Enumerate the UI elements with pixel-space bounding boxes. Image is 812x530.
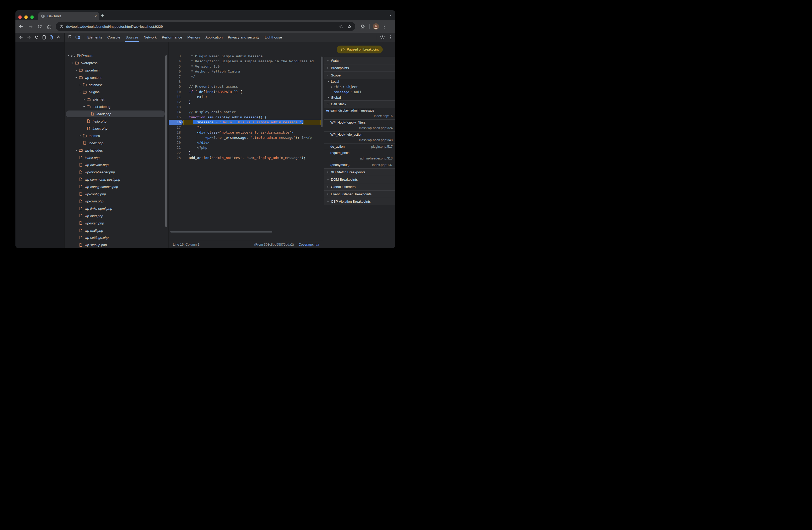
tree-item-index.php[interactable]: index.php (64, 140, 169, 147)
tree-item-wp-admin[interactable]: wp-admin (64, 67, 169, 74)
line-number[interactable]: 12 (169, 99, 183, 104)
info-icon[interactable] (59, 24, 63, 29)
forward-icon[interactable] (26, 23, 34, 30)
section-global-listeners[interactable]: Global Listeners (324, 183, 395, 190)
line-number[interactable]: 18 (169, 130, 183, 135)
tree-item-wp-content[interactable]: wp-content (64, 74, 169, 81)
devtools-tab-application[interactable]: Application (203, 33, 225, 42)
line-number[interactable]: 20 (169, 140, 183, 145)
code-line[interactable]: 4 * Description: Displays a simple messa… (169, 59, 323, 64)
line-number[interactable]: 10 (169, 89, 183, 94)
execution-line-badge[interactable]: 16 (169, 120, 183, 125)
chevron-down-icon[interactable] (78, 90, 82, 94)
devtools-tab-lighthouse[interactable]: Lighthouse (262, 33, 285, 42)
chevron-down-icon[interactable] (75, 76, 78, 79)
scope-this[interactable]: this: Object (324, 84, 395, 89)
avatar[interactable] (373, 23, 379, 30)
devtools-tab-memory[interactable]: Memory (185, 33, 203, 42)
tab-search-chevron-icon[interactable] (389, 13, 392, 17)
line-number[interactable]: 19 (169, 135, 183, 140)
devtools-tab-elements[interactable]: Elements (85, 33, 105, 42)
line-number[interactable]: 14 (169, 110, 183, 114)
sidebar-scrollbar[interactable] (165, 55, 167, 227)
line-number[interactable]: 9 (169, 84, 183, 89)
chevron-right-icon[interactable] (75, 69, 78, 72)
editor-vertical-scrollbar[interactable] (321, 57, 322, 127)
scope--message[interactable]: $message: null (324, 89, 395, 95)
section-call-stack[interactable]: Call Stack (324, 100, 395, 108)
tree-item-wp-links-opml.php[interactable]: wp-links-opml.php (64, 205, 169, 212)
forward-icon[interactable] (27, 35, 31, 40)
chevron-down-icon[interactable] (67, 54, 70, 57)
code-line[interactable]: 6 * Author: Fellyph Cintra (169, 69, 323, 74)
tree-item-akismet[interactable]: akismet (64, 96, 169, 103)
section-xhr-fetch-breakpoints[interactable]: XHR/fetch Breakpoints (324, 168, 395, 176)
code-line-paused[interactable]: 16 $message = 'Hello! This is a simple a… (169, 120, 323, 125)
tree-item-wp-signup.php[interactable]: wp-signup.php (64, 241, 169, 248)
section-csp-violation-breakpoints[interactable]: CSP Violation Breakpoints (324, 198, 395, 205)
inspect-icon[interactable] (67, 34, 74, 41)
tree-item-wp-activate.php[interactable]: wp-activate.php (64, 161, 169, 169)
tree-item-themes[interactable]: themes (64, 132, 169, 140)
tree-item-index.php[interactable]: index.php (64, 110, 169, 117)
new-tab-button[interactable]: + (101, 13, 104, 18)
code-line[interactable]: 8 (169, 79, 323, 84)
section-watch[interactable]: Watch (324, 57, 395, 64)
code-line[interactable]: 3 * Plugin Name: Simple Admin Message (169, 54, 323, 59)
touch-icon[interactable] (57, 35, 61, 40)
scope-global[interactable]: Global (324, 95, 395, 100)
code-line[interactable]: 18 <div class="notice notice-info is-dis… (169, 130, 323, 135)
devtools-tab-performance[interactable]: Performance (159, 33, 185, 42)
code-area[interactable]: 3 * Plugin Name: Simple Admin Message4 *… (169, 52, 323, 234)
code-line[interactable]: 7 */ (169, 74, 323, 79)
line-number[interactable]: 3 (169, 54, 183, 59)
code-line[interactable]: 17 ?> (169, 125, 323, 130)
code-line[interactable]: 19 <p><?php _e($message, 'simple-admin-m… (169, 135, 323, 140)
tree-item-wp-cron.php[interactable]: wp-cron.php (64, 198, 169, 205)
mouse-icon[interactable] (49, 35, 53, 40)
code-line[interactable]: 20 </div> (169, 140, 323, 145)
line-number[interactable]: 8 (169, 79, 183, 84)
url-bar[interactable]: devtools://devtools/bundled/inspector.ht… (56, 22, 355, 31)
line-number[interactable]: 13 (169, 104, 183, 110)
home-icon[interactable] (45, 23, 53, 30)
device-frame-icon[interactable] (42, 35, 46, 40)
call-stack-frame-wp-hook-do-action[interactable]: WP_Hook->do_actionclass-wp-hook.php:348 (324, 132, 395, 144)
tree-item-php.wasm[interactable]: PHP.wasm (64, 52, 169, 59)
tree-item--wordpress[interactable]: /wordpress (64, 59, 169, 67)
section-dom-breakpoints[interactable]: DOM Breakpoints (324, 176, 395, 183)
zoom-icon[interactable] (339, 24, 344, 29)
code-line[interactable]: 15function sam_display_admin_message() { (169, 115, 323, 120)
line-number[interactable]: 4 (169, 59, 183, 64)
tree-item-wp-config-sample.php[interactable]: wp-config-sample.php (64, 183, 169, 190)
back-icon[interactable] (19, 35, 23, 40)
source-hash-link[interactable]: 303c8bd55875dda2 (264, 243, 293, 247)
tab-close-icon[interactable]: × (95, 14, 97, 18)
code-line[interactable]: 22} (169, 150, 323, 155)
close-window-button[interactable] (18, 15, 22, 19)
settings-gear-icon[interactable] (379, 34, 386, 41)
line-number[interactable]: 11 (169, 94, 183, 99)
line-number[interactable]: 5 (169, 64, 183, 69)
zoom-window-button[interactable] (30, 15, 34, 19)
tree-item-index.php[interactable]: index.php (64, 154, 169, 161)
chevron-right-icon[interactable] (78, 134, 82, 137)
code-line[interactable]: 11 exit; (169, 94, 323, 99)
tree-item-wp-settings.php[interactable]: wp-settings.php (64, 234, 169, 241)
code-line[interactable]: 23add_action('admin_notices', 'sam_displ… (169, 155, 323, 160)
extensions-icon[interactable] (358, 23, 366, 30)
devtools-tab-network[interactable]: Network (141, 33, 159, 42)
call-stack-frame-sam-display-admin-message[interactable]: sam_display_admin_messageindex.php:16 (324, 108, 395, 120)
star-icon[interactable] (347, 24, 352, 29)
chevron-down-icon[interactable] (71, 61, 74, 65)
chevron-right-icon[interactable] (78, 84, 82, 86)
code-line[interactable]: 14// Display admin notice (169, 110, 323, 114)
tree-item-plugins[interactable]: plugins (64, 88, 169, 96)
line-number[interactable]: 23 (169, 155, 183, 160)
devtools-menu-kebab-icon[interactable] (389, 35, 393, 40)
line-number[interactable]: 22 (169, 150, 183, 155)
code-line[interactable]: 10if (!defined('ABSPATH')) { (169, 89, 323, 94)
browser-menu-kebab-icon[interactable] (382, 24, 386, 29)
line-number[interactable]: 6 (169, 69, 183, 74)
scope-local[interactable]: Local (324, 79, 395, 84)
